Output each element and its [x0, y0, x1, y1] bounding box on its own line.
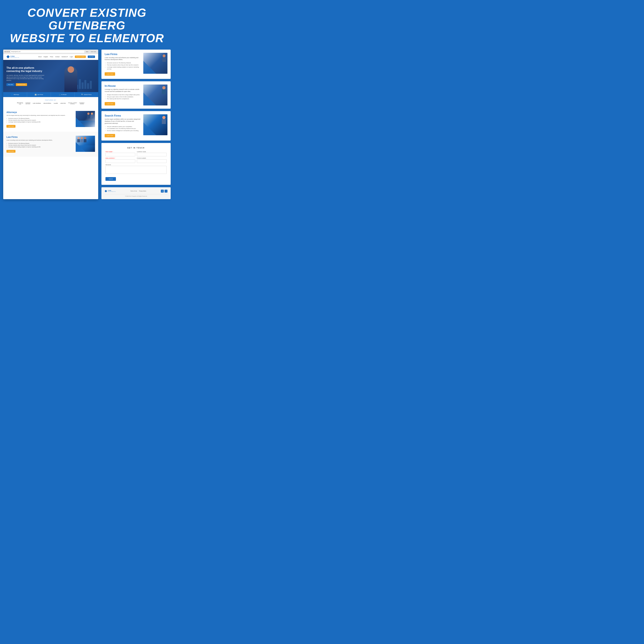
phone-input[interactable]	[137, 159, 167, 163]
right-in-house-triangle	[143, 93, 156, 105]
right-in-house-image	[143, 85, 167, 105]
sf-person	[162, 116, 166, 124]
join-now-button[interactable]: Join Now	[88, 56, 95, 58]
logo-diamond-icon	[6, 55, 10, 58]
logo-firm: FIRM	[10, 56, 19, 57]
right-search-firms-learn-more-button[interactable]: Learn more	[105, 134, 115, 137]
email-input[interactable]	[105, 159, 135, 163]
attorneys-bullet-1: Exclusive access to The Attorney Network…	[8, 118, 72, 119]
law-firms-bullet-3: Leverage market-leading analytics to imp…	[8, 146, 72, 148]
search-firms-tab-icon: 🔍	[81, 94, 83, 95]
first-name-label-text: FIRST NAME	[105, 151, 112, 152]
right-column: Law Firms Lower recruiting costs and enh…	[101, 50, 171, 199]
browser-actions: Notes Active Users	[85, 51, 97, 53]
linkedin-icon[interactable]: in	[161, 190, 164, 193]
law-firms-bullets: Exclusive access to The Attorney Network…	[6, 142, 72, 148]
featured-by-section: FEATURED BY BloombergLaw THOMSONREUTERS …	[3, 97, 98, 107]
law-firms-bullet-1: Exclusive access to The Attorney Network…	[8, 142, 72, 144]
left-website-mockup: firmprospects.com Notes Active Users FIR…	[3, 50, 98, 199]
message-textarea[interactable]	[105, 166, 167, 174]
right-in-house-learn-more-button[interactable]: Learn more	[105, 102, 115, 105]
rf-person-a-body	[162, 57, 166, 62]
tab-search-firms[interactable]: 🔍 Search Firms	[75, 92, 98, 97]
right-in-house-bullets: Analyze thousands of law firms using mul…	[105, 94, 141, 100]
first-name-label: FIRST NAME *	[105, 151, 135, 152]
person-head	[68, 66, 74, 73]
attorneys-tab-icon: 👤	[11, 94, 13, 95]
wsj-logo: THE WALL STREETJOURNAL	[68, 102, 77, 104]
browser-notes-btn[interactable]: Notes	[85, 51, 89, 53]
hero-person-figure	[56, 62, 85, 92]
company-name-group: COMPANY NAME	[137, 151, 167, 156]
right-search-firms-desc: Quickly target candidates within our acc…	[105, 118, 141, 124]
footer-firm-text: FIRM	[108, 190, 116, 191]
first-name-input[interactable]	[105, 153, 135, 156]
main-content: firmprospects.com Notes Active Users FIR…	[0, 50, 174, 202]
footer-logo-icon	[105, 190, 107, 192]
browser-users-btn[interactable]: Active Users	[90, 51, 97, 53]
logo-prospects: PROSPECTS	[10, 57, 19, 58]
browser-dot-2	[6, 51, 8, 52]
right-in-house-text: In-House Leverage our objective research…	[105, 85, 141, 105]
facebook-icon[interactable]: f	[165, 190, 167, 193]
tab-law-firms[interactable]: 🏢 Law Firms	[27, 92, 51, 97]
aba-journal-logo: ABAJOURNAL	[43, 103, 51, 104]
main-title: CONVERT EXISTING GUTENBERG WEBSITE TO EL…	[5, 6, 169, 45]
nav-login[interactable]: Login	[70, 56, 73, 57]
ih-person-head	[162, 86, 166, 89]
law-journal-logo: LAW JOURNAL	[33, 103, 41, 104]
attorneys-desc: Join the largest attorney-only community…	[6, 114, 72, 116]
terms-of-use-link[interactable]: Terms of Use	[130, 190, 137, 192]
tab-attorneys[interactable]: 👤 Attorneys	[3, 92, 27, 97]
company-name-input[interactable]	[137, 153, 167, 156]
attorneys-bullet-2: Find law students where they do their la…	[8, 119, 72, 121]
person-a	[87, 113, 90, 118]
right-search-firms-triangle	[143, 122, 156, 135]
browser-url-bar: firmprospects.com	[11, 51, 84, 53]
hero-buttons: Find Jobs Research Firms	[6, 83, 48, 86]
tab-in-house[interactable]: ⚖️ In-House	[51, 92, 75, 97]
contact-title: GET IN TOUCH	[105, 147, 167, 149]
attorneys-title: Attorneys	[6, 111, 72, 114]
law-firms-learn-more-button[interactable]: Learn more	[6, 150, 15, 153]
attorneys-learn-more-button[interactable]: Learn more	[6, 125, 15, 128]
tab-law-firms-label: Law Firms	[37, 94, 43, 95]
in-house-tab-icon: ⚖️	[59, 94, 61, 95]
nav-insights[interactable]: Insights	[43, 56, 48, 57]
research-firms-button[interactable]: Research Firms	[16, 83, 27, 86]
nav-press[interactable]: Press	[50, 56, 53, 57]
right-search-firms-bullet-3: Access market intelligence to streamline…	[107, 130, 141, 132]
thomson-reuters-logo: THOMSONREUTERS	[25, 102, 30, 104]
right-law-firms-bullet-3: Leverage market-leading analytics to imp…	[107, 66, 141, 70]
attorneys-image	[76, 111, 95, 127]
person-a-head	[87, 113, 90, 115]
site-logo: FIRM PROSPECTS	[6, 55, 19, 58]
right-law-firms-learn-more-button[interactable]: Learn more	[105, 72, 115, 76]
email-group: EMAIL ADDRESS *	[105, 158, 135, 163]
logo-text-group: FIRM PROSPECTS	[10, 56, 19, 58]
email-label: EMAIL ADDRESS *	[105, 158, 135, 159]
phone-group: PHONE NUMBER	[137, 158, 167, 163]
site-nav: About Insights Press Contact Solutions ▾…	[38, 56, 95, 58]
featured-logos: BloombergLaw THOMSONREUTERS LAW JOURNAL …	[6, 102, 95, 104]
request-demo-button[interactable]: Request a Demo	[75, 56, 86, 58]
person-c	[77, 137, 80, 142]
find-jobs-button[interactable]: Find Jobs	[6, 83, 14, 86]
sf-person-head	[162, 116, 166, 119]
footer-top: FIRM PROSPECTS Terms of Use Privacy Noti…	[105, 190, 167, 194]
person-d-head	[81, 137, 83, 139]
nav-solutions[interactable]: Solutions ▾	[62, 56, 68, 57]
form-row-1: FIRST NAME * COMPANY NAME	[105, 151, 167, 156]
right-in-house-img-person	[162, 86, 166, 94]
tab-in-house-label: In-House	[61, 94, 66, 95]
submit-button[interactable]: Submit	[105, 177, 116, 181]
hero-title: The all-in-one platform connecting the l…	[6, 66, 48, 73]
right-law-firms-bullet-1: Exclusive access to The Attorney Network…	[107, 62, 141, 64]
nav-about[interactable]: About	[38, 56, 42, 57]
attorneys-image-box	[76, 111, 95, 127]
ih-person-body	[162, 89, 166, 94]
rf-person-a	[162, 54, 166, 62]
nav-contact[interactable]: Contact	[55, 56, 60, 57]
footer-logo: FIRM PROSPECTS	[105, 190, 116, 192]
privacy-notice-link[interactable]: Privacy Notice	[139, 190, 146, 192]
